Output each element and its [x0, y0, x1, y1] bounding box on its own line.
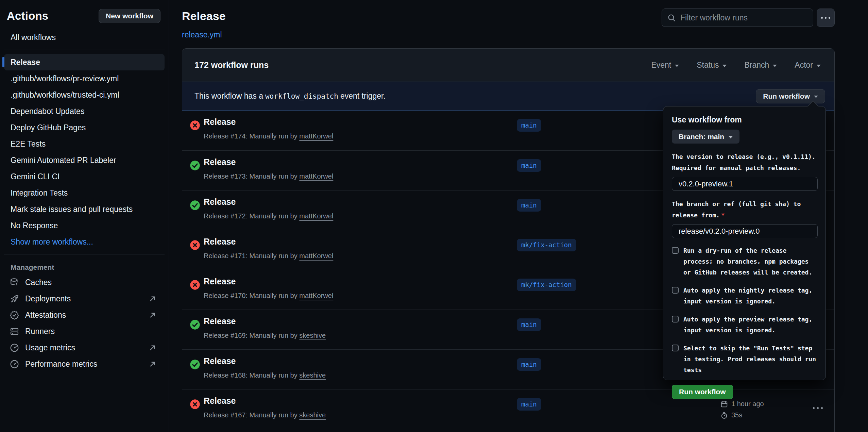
sidebar-management-item[interactable]: Runners: [4, 323, 165, 339]
sidebar-management-item[interactable]: Usage metrics: [4, 339, 165, 356]
filter-workflow-runs-field[interactable]: [662, 9, 813, 27]
branch-selector-button[interactable]: Branch: main: [672, 130, 739, 144]
required-asterisk: *: [720, 212, 725, 219]
sidebar-workflow-item[interactable]: Deploy GitHub Pages: [4, 119, 165, 136]
sidebar-management-item[interactable]: Attestations: [4, 307, 165, 323]
run-status-icon: [190, 280, 200, 290]
run-duration: 35s: [731, 411, 742, 419]
run-title-link[interactable]: Release: [204, 396, 236, 406]
run-workflow-submit-button[interactable]: Run workflow: [672, 385, 733, 399]
run-title-link[interactable]: Release: [204, 316, 236, 326]
sidebar-workflow-item[interactable]: .github/workflows/pr-review.yml: [4, 70, 165, 87]
show-more-workflows-link[interactable]: Show more workflows...: [4, 234, 165, 250]
sidebar-workflow-label: E2E Tests: [11, 139, 46, 149]
run-workflow-dropdown-button[interactable]: Run workflow: [756, 89, 825, 103]
filter-workflow-runs-input[interactable]: [680, 13, 807, 22]
sidebar-workflow-item[interactable]: Gemini CLI CI: [4, 168, 165, 185]
server-icon: [10, 327, 19, 336]
checkbox[interactable]: [672, 247, 679, 254]
kebab-dot: [817, 407, 819, 409]
run-status-icon: [190, 399, 200, 410]
branch-badge[interactable]: main: [517, 358, 541, 371]
run-title-link[interactable]: Release: [204, 157, 236, 167]
checkbox[interactable]: [672, 287, 679, 294]
checkbox-label: Select to skip the "Run Tests" step in t…: [683, 343, 817, 376]
branch-badge[interactable]: mk/fix-action: [517, 279, 576, 291]
branch-badge[interactable]: main: [517, 119, 541, 132]
chevron-down-icon: [729, 136, 733, 138]
filter-dropdown[interactable]: Status: [697, 61, 727, 70]
run-description-text: Release #168: Manually run by: [204, 371, 297, 379]
sidebar-workflow-label: Gemini Automated PR Labeler: [11, 156, 116, 165]
stopwatch-icon: [720, 412, 728, 419]
kebab-dot: [825, 17, 827, 19]
sidebar-workflow-label: Integration Tests: [11, 188, 68, 198]
branch-badge[interactable]: main: [517, 318, 541, 331]
sidebar-workflow-item[interactable]: Mark stale issues and pull requests: [4, 201, 165, 217]
branch-badge[interactable]: main: [517, 398, 541, 411]
verified-icon: [10, 311, 19, 320]
checkbox[interactable]: [672, 345, 679, 351]
run-meta: 1 hour ago 35s: [720, 398, 764, 421]
run-description-text: Release #167: Manually run by: [204, 411, 297, 419]
run-description-text: Release #169: Manually run by: [204, 332, 297, 339]
filter-dropdown-label: Branch: [744, 61, 769, 70]
sidebar-workflow-item[interactable]: .github/workflows/trusted-ci.yml: [4, 87, 165, 103]
run-title-link[interactable]: Release: [204, 197, 236, 207]
run-actor-link[interactable]: skeshive: [299, 371, 326, 379]
workflow-nav: All workflows Release.github/workflows/p…: [0, 29, 169, 372]
version-input[interactable]: [672, 177, 818, 191]
filter-dropdown[interactable]: Branch: [744, 61, 777, 70]
sidebar-workflow-item[interactable]: E2E Tests: [4, 136, 165, 152]
chevron-down-icon: [817, 65, 821, 67]
run-title-link[interactable]: Release: [204, 237, 236, 247]
new-workflow-button[interactable]: New workflow: [99, 9, 160, 23]
run-description: Release #167: Manually run by skeshive: [204, 411, 326, 419]
sidebar-workflow-item[interactable]: Dependabot Updates: [4, 103, 165, 119]
run-description: Release #172: Manually run by mattKorwel: [204, 212, 333, 220]
management-heading: Management: [4, 259, 165, 274]
sidebar-workflow-item[interactable]: No Response: [4, 217, 165, 234]
filter-dropdown[interactable]: Event: [651, 61, 679, 70]
run-actor-link[interactable]: mattKorwel: [299, 172, 333, 180]
sidebar-item-all-workflows[interactable]: All workflows: [4, 29, 165, 46]
run-description: Release #170: Manually run by mattKorwel: [204, 292, 333, 300]
run-actor-link[interactable]: mattKorwel: [299, 252, 333, 260]
sidebar-management-label: Runners: [25, 327, 165, 336]
external-link-icon: [149, 360, 156, 368]
branch-badge[interactable]: mk/fix-action: [517, 239, 576, 251]
run-actor-link[interactable]: skeshive: [299, 411, 326, 419]
checkbox[interactable]: [672, 316, 679, 322]
dispatch-options-list: Run a dry-run of the release process; no…: [672, 245, 817, 376]
run-actor-link[interactable]: mattKorwel: [299, 212, 333, 220]
sidebar-management-item[interactable]: Deployments: [4, 290, 165, 307]
workflow-file-link[interactable]: release.yml: [182, 30, 222, 39]
branch-badge[interactable]: main: [517, 199, 541, 212]
sidebar-workflow-item[interactable]: Gemini Automated PR Labeler: [4, 152, 165, 168]
run-time: 1 hour ago: [731, 400, 764, 408]
page-kebab-button[interactable]: [817, 9, 835, 27]
sidebar-workflow-label: Mark stale issues and pull requests: [11, 205, 133, 214]
sidebar-workflow-item[interactable]: Integration Tests: [4, 185, 165, 201]
run-title-link[interactable]: Release: [204, 356, 236, 366]
sidebar-management-item[interactable]: Caches: [4, 274, 165, 290]
run-status-icon: [190, 240, 200, 250]
sidebar-title: Actions: [7, 10, 48, 22]
runs-header: 172 workflow runs Event Status Branch Ac…: [182, 49, 834, 82]
run-actor-link[interactable]: mattKorwel: [299, 292, 333, 299]
page-header: Release release.yml: [182, 10, 226, 39]
run-actor-link[interactable]: mattKorwel: [299, 132, 333, 140]
run-title-link[interactable]: Release: [204, 117, 236, 127]
run-kebab-button[interactable]: [813, 407, 823, 409]
ref-input[interactable]: [672, 224, 818, 238]
sidebar-workflow-item[interactable]: Release: [4, 54, 165, 70]
ref-help-text: The branch or ref (full git sha) to rele…: [672, 198, 819, 221]
run-title-link[interactable]: Release: [204, 277, 236, 286]
run-actor-link[interactable]: skeshive: [299, 332, 326, 339]
branch-badge[interactable]: main: [517, 159, 541, 172]
sidebar-management-item[interactable]: Performance metrics: [4, 356, 165, 372]
branch-selector-label: Branch: main: [679, 133, 724, 141]
external-link-icon: [149, 295, 156, 303]
next-run-row-partial: [182, 429, 834, 432]
filter-dropdown[interactable]: Actor: [795, 61, 821, 70]
